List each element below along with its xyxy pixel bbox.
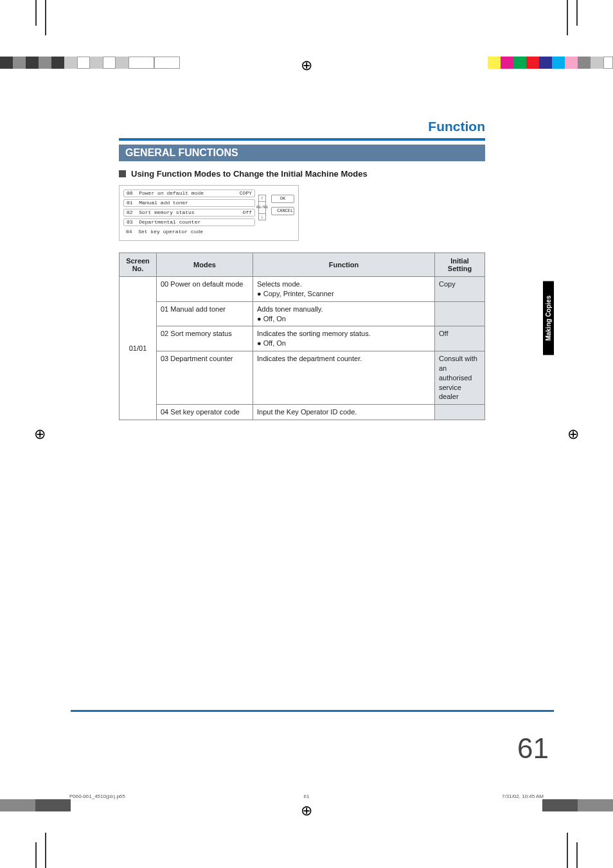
- footer: P060-061_4510(pb).p65 61 7/31/02, 10:45 …: [69, 793, 544, 799]
- cell-setting: Consult with an authorised service deale…: [435, 351, 485, 405]
- footer-right: 7/31/02, 10:45 AM: [502, 793, 544, 799]
- panel-buttons: OK CANCEL: [271, 195, 294, 215]
- col-function: Function: [253, 253, 435, 277]
- arrow-down-icon: ↓: [258, 213, 266, 220]
- col-screen-no: Screen No.: [120, 253, 157, 277]
- panel-row: 01 Manual add toner: [123, 199, 255, 207]
- panel-row: 02 Sort memory status Off: [123, 209, 255, 217]
- page-title: Function: [119, 119, 485, 134]
- lcd-panel: 00 Power on default mode COPY 01 Manual …: [119, 185, 299, 241]
- cell-mode: 04 Set key operator code: [157, 405, 253, 420]
- cell-setting: [435, 301, 485, 326]
- cell-setting: Off: [435, 326, 485, 351]
- panel-scrollbar: ↑ 01/01 ↓: [258, 195, 266, 220]
- crop-mark: [576, 0, 578, 26]
- scroll-position-label: 01/01: [258, 202, 266, 213]
- subheading-text: Using Function Modes to Change the Initi…: [131, 169, 368, 179]
- footer-left: P060-061_4510(pb).p65: [69, 793, 125, 799]
- cell-mode: 02 Sort memory status: [157, 326, 253, 351]
- col-modes: Modes: [157, 253, 253, 277]
- cancel-button: CANCEL: [271, 207, 294, 215]
- page-content: Function GENERAL FUNCTIONS Using Functio…: [119, 119, 485, 420]
- registration-mark-icon: ⊕: [298, 802, 315, 820]
- subheading-row: Using Function Modes to Change the Initi…: [119, 169, 485, 179]
- cell-screen-no: 01/01: [120, 277, 157, 420]
- cell-setting: Copy: [435, 277, 485, 302]
- cell-mode: 03 Department counter: [157, 351, 253, 405]
- crop-mark: [35, 842, 37, 868]
- registration-mark-icon: ⊕: [31, 425, 49, 443]
- title-rule: [119, 138, 485, 141]
- registration-mark-icon: ⊕: [298, 57, 315, 75]
- cell-mode: 01 Manual add toner: [157, 301, 253, 326]
- crop-mark: [35, 0, 37, 26]
- section-tab: Making Copies: [543, 281, 554, 355]
- bottom-rule: [71, 710, 554, 712]
- color-bar-bottom-left: [0, 799, 71, 811]
- cell-function: Selects mode. ● Copy, Printer, Scanner: [253, 277, 435, 302]
- ok-button: OK: [271, 195, 294, 203]
- arrow-up-icon: ↑: [258, 195, 266, 202]
- col-initial-setting: Initial Setting: [435, 253, 485, 277]
- color-bar-right: [488, 57, 613, 69]
- crop-mark: [567, 0, 568, 35]
- crop-mark: [567, 833, 568, 868]
- panel-row: 03 Departmental counter: [123, 218, 255, 226]
- crop-mark: [45, 833, 46, 868]
- panel-row: 00 Power on default mode COPY: [123, 190, 255, 197]
- cell-mode: 00 Power on default mode: [157, 277, 253, 302]
- color-bar-left: [0, 57, 180, 69]
- cell-function: Indicates the sorting memory status. ● O…: [253, 326, 435, 351]
- cell-function: Indicates the department counter.: [253, 351, 435, 405]
- registration-mark-icon: ⊕: [564, 425, 582, 443]
- page-number: 61: [517, 732, 549, 765]
- cell-function: Adds toner manually. ● Off, On: [253, 301, 435, 326]
- modes-table: Screen No. Modes Function Initial Settin…: [119, 252, 485, 420]
- color-bar-bottom-right: [542, 799, 613, 811]
- section-heading: GENERAL FUNCTIONS: [119, 145, 485, 161]
- cell-setting: [435, 405, 485, 420]
- square-bullet-icon: [119, 170, 126, 177]
- panel-row: 04 Set key operator code: [123, 228, 255, 236]
- crop-mark: [576, 842, 578, 868]
- crop-mark: [45, 0, 46, 35]
- cell-function: Input the Key Operator ID code.: [253, 405, 435, 420]
- footer-center: 61: [304, 793, 310, 799]
